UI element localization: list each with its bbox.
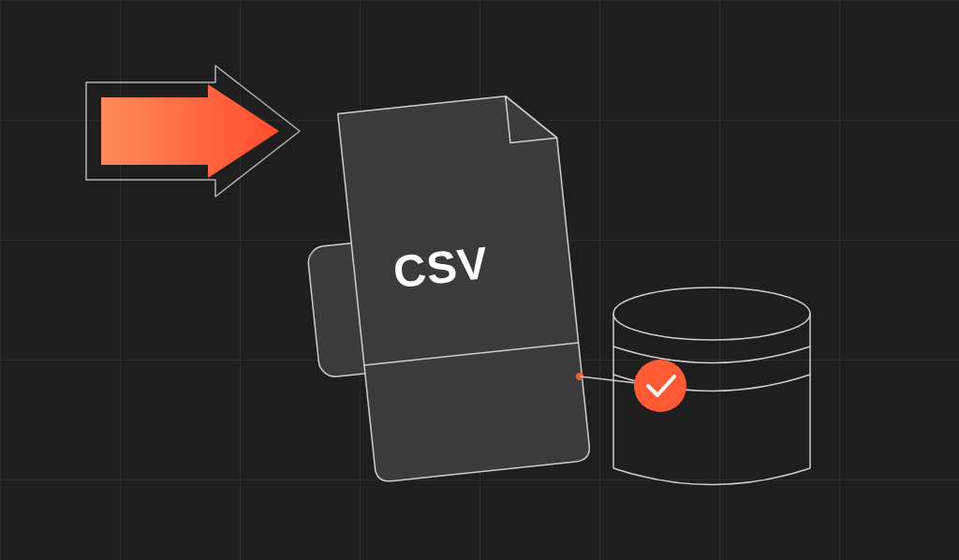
svg-point-5 [634, 360, 686, 412]
csv-file-label: CSV [391, 237, 491, 298]
right-arrow-icon [86, 66, 300, 197]
svg-point-4 [613, 287, 810, 340]
check-badge-icon [634, 360, 686, 412]
diagram-canvas: CSV [0, 0, 959, 560]
